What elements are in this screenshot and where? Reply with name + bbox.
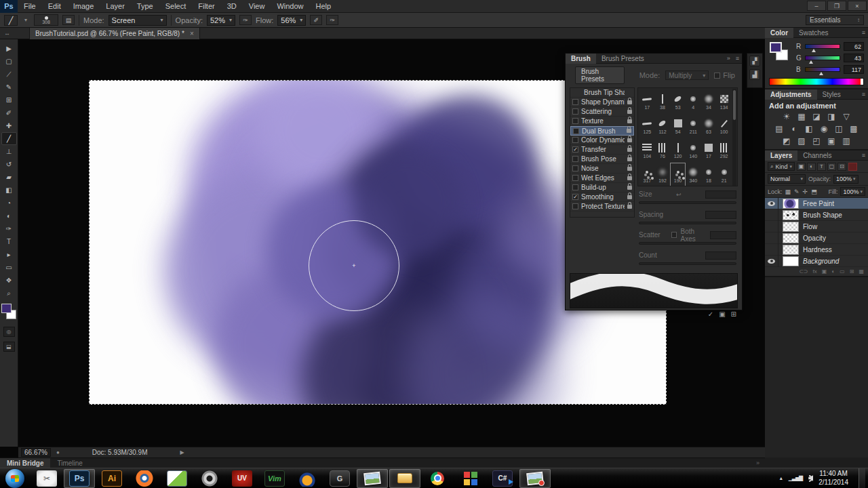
- adjustment-icon[interactable]: ▩: [849, 124, 859, 134]
- tool-button[interactable]: ⌕: [1, 287, 17, 300]
- volume-icon[interactable]: [808, 475, 812, 482]
- adjustment-icon[interactable]: ▨: [797, 136, 807, 146]
- status-options-arrow[interactable]: ▶: [180, 449, 184, 455]
- lock-option-icon[interactable]: ⬒: [811, 188, 817, 195]
- workspace-switcher[interactable]: Essentials↕: [806, 15, 864, 25]
- visibility-toggle[interactable]: [765, 221, 778, 232]
- brush-setting-row[interactable]: Shape Dynamics: [570, 98, 634, 107]
- setting-checkbox[interactable]: [572, 137, 578, 143]
- tool-button[interactable]: ⟋: [1, 68, 17, 81]
- panel-tab[interactable]: Layers: [765, 150, 797, 161]
- taskbar-clock[interactable]: 11:40 AM 2/11/2014: [818, 470, 852, 487]
- layer-blend-mode-select[interactable]: Normal▾: [768, 174, 806, 184]
- layer-thumbnail[interactable]: [783, 210, 799, 220]
- slider-thumb[interactable]: [809, 60, 813, 64]
- size-slider[interactable]: [639, 201, 736, 204]
- panel-tab[interactable]: Styles: [817, 89, 846, 100]
- tool-button[interactable]: ◧: [1, 184, 17, 197]
- menu-item[interactable]: Edit: [42, 0, 67, 13]
- brush-setting-row[interactable]: Protect Texture: [570, 202, 634, 211]
- taskbar-app-button[interactable]: Ps: [64, 469, 95, 488]
- tool-button[interactable]: ✑: [1, 222, 17, 235]
- visibility-toggle[interactable]: [765, 256, 778, 267]
- panel-menu-icon[interactable]: ≡: [859, 29, 868, 36]
- layers-footer-icon[interactable]: ▭: [840, 268, 845, 274]
- minimize-button[interactable]: –: [807, 1, 826, 11]
- menu-item[interactable]: Layer: [100, 0, 131, 13]
- layer-thumbnail[interactable]: [783, 222, 799, 232]
- brush-setting-row[interactable]: Smoothing: [570, 192, 634, 202]
- lock-icon[interactable]: [627, 205, 632, 209]
- hidden-icons-button[interactable]: ▴: [780, 475, 783, 481]
- brush-tip-cell[interactable]: 38: [655, 89, 671, 114]
- lock-option-icon[interactable]: ✛: [803, 188, 808, 195]
- adjustment-icon[interactable]: ☀: [782, 112, 792, 121]
- taskbar-app-button[interactable]: UV: [226, 469, 258, 488]
- reset-size-icon[interactable]: ↩: [676, 191, 682, 198]
- brush-setting-row[interactable]: Wet Edges: [570, 174, 634, 183]
- taskbar-app-button[interactable]: [161, 469, 193, 488]
- brush-tip-cell[interactable]: 211: [686, 114, 701, 138]
- brush-tip-cell[interactable]: 34: [701, 89, 717, 114]
- brush-setting-row[interactable]: Dual Brush: [570, 126, 634, 136]
- tool-button[interactable]: ╱: [1, 132, 17, 145]
- adjustment-icon[interactable]: ▣: [827, 136, 837, 146]
- start-button[interactable]: [5, 469, 24, 488]
- layer-row[interactable]: Background: [765, 256, 868, 267]
- lock-icon[interactable]: [627, 138, 632, 142]
- taskbar-app-button[interactable]: Ai: [96, 469, 127, 488]
- spacing-slider[interactable]: [639, 222, 736, 224]
- taskbar-app-button[interactable]: G: [324, 469, 355, 488]
- setting-checkbox[interactable]: [572, 99, 578, 105]
- taskbar-app-button[interactable]: C#: [487, 469, 518, 488]
- brush-setting-row[interactable]: Texture: [570, 117, 634, 126]
- brush-tip-cell[interactable]: 190: [670, 163, 686, 186]
- collapsed-panel-icon[interactable]: ▟: [749, 69, 760, 80]
- panel-tab[interactable]: Color: [765, 28, 793, 38]
- panel-menu-icon[interactable]: ≡: [733, 55, 742, 62]
- tool-button[interactable]: ◐: [1, 209, 17, 222]
- layer-row[interactable]: Hardness: [765, 244, 868, 256]
- pressure-opacity-icon[interactable]: ✑: [239, 15, 252, 25]
- bottom-panel-tab[interactable]: Timeline: [50, 458, 89, 468]
- setting-checkbox[interactable]: [572, 108, 578, 115]
- setting-checkbox[interactable]: [572, 184, 578, 190]
- layer-thumbnail[interactable]: [783, 245, 799, 255]
- brush-setting-row[interactable]: Scattering: [570, 107, 634, 117]
- grid-scrollbar[interactable]: [732, 89, 736, 186]
- layers-footer-icon[interactable]: fx: [813, 268, 817, 274]
- close-tab-icon[interactable]: ×: [190, 30, 194, 37]
- layer-row[interactable]: Free Paint: [765, 198, 868, 209]
- channel-slider[interactable]: [805, 67, 840, 72]
- adjustment-icon[interactable]: ◫: [834, 124, 844, 134]
- brush-tip-cell[interactable]: 140: [686, 138, 701, 163]
- visibility-toggle[interactable]: [765, 209, 778, 221]
- brush-tip-cell[interactable]: 17: [639, 89, 655, 114]
- lock-option-icon[interactable]: ▦: [785, 188, 791, 195]
- scatter-slider[interactable]: [639, 242, 736, 245]
- toggle-brush-panel-icon[interactable]: ▤: [62, 15, 75, 25]
- layer-filter-kind-select[interactable]: ⌕Kind▾: [768, 162, 795, 171]
- brush-tip-cell[interactable]: 21: [716, 163, 732, 186]
- brush-tip-cell[interactable]: 104: [639, 138, 655, 163]
- setting-checkbox[interactable]: [572, 146, 578, 152]
- bottom-panel-tab[interactable]: Mini Bridge: [0, 458, 50, 468]
- brush-tip-cell[interactable]: 100: [716, 114, 732, 138]
- tool-button[interactable]: ❖: [1, 274, 17, 287]
- layers-footer-icon[interactable]: ⊞: [850, 268, 854, 274]
- visibility-toggle[interactable]: [765, 244, 778, 256]
- flip-checkbox[interactable]: [714, 73, 720, 79]
- lock-icon[interactable]: [627, 167, 632, 171]
- document-tab[interactable]: BrushTutorial.psd @ 66.7% (Free Paint, R…: [29, 28, 200, 39]
- menu-item[interactable]: Help: [310, 0, 338, 13]
- brush-setting-row[interactable]: Color Dynamics: [570, 136, 634, 145]
- lock-icon[interactable]: [627, 100, 632, 104]
- brush-tip-cell[interactable]: 18: [701, 163, 717, 186]
- brush-tip-cell[interactable]: 53: [670, 89, 686, 114]
- restore-button[interactable]: ❐: [827, 1, 846, 11]
- taskbar-app-button[interactable]: [357, 469, 388, 488]
- lock-option-icon[interactable]: ✎: [794, 188, 800, 195]
- brush-tip-cell[interactable]: 54: [670, 114, 686, 138]
- layers-footer-icon[interactable]: ⊂⊃: [799, 268, 808, 274]
- spacing-value-box[interactable]: [705, 211, 736, 219]
